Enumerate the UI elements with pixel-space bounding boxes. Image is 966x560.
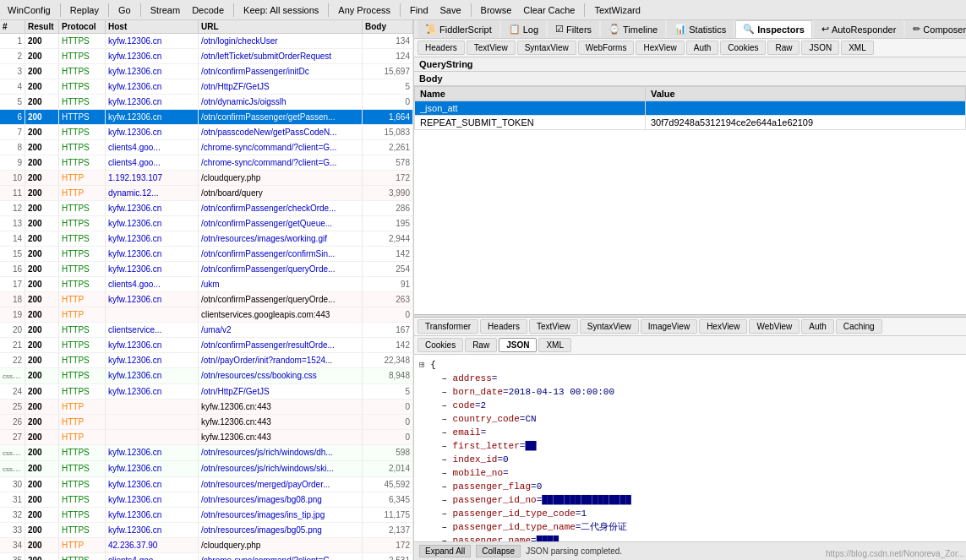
table-row[interactable]: css23 200 HTTPS kyfw.12306.cn /otn/resou… (0, 368, 413, 384)
json-tree-line: – born_date=2018-04-13 00:00:00 (418, 385, 963, 399)
cell-url: /ukm (199, 277, 363, 291)
table-row[interactable]: 12 200 HTTPS kyfw.12306.cn /otn/confirmP… (0, 201, 413, 216)
toolbar-decode[interactable]: Decode (188, 3, 228, 17)
table-row[interactable]: 13 200 HTTPS kyfw.12306.cn /otn/confirmP… (0, 216, 413, 231)
expand-all-button[interactable]: Expand All (419, 545, 471, 557)
toolbar-clear-cache[interactable]: Clear Cache (519, 3, 579, 17)
table-row[interactable]: 19 200 HTTP clientservices.googleapis.co… (0, 307, 413, 323)
toolbar-save[interactable]: Save (436, 3, 466, 17)
table-row[interactable]: 17 200 HTTPS clients4.goo... /ukm 91 (0, 277, 413, 292)
tab-autoresponder[interactable]: ↩ AutoResponder (814, 20, 903, 38)
table-row[interactable]: 22 200 HTTPS kyfw.12306.cn /otn//payOrde… (0, 353, 413, 368)
table-row[interactable]: 32 200 HTTPS kyfw.12306.cn /otn/resource… (0, 508, 413, 523)
ttab-headers[interactable]: Headers (480, 319, 527, 334)
json-tree-line: – passenger_id_type_code=1 (418, 507, 963, 520)
tab-filters[interactable]: ☑ Filters (548, 20, 599, 38)
table-row[interactable]: 21 200 HTTPS kyfw.12306.cn /otn/confirmP… (0, 338, 413, 353)
subtab-json[interactable]: JSON (801, 41, 839, 55)
table-row[interactable]: 4 200 HTTPS kyfw.12306.cn /otn/HttpZF/Ge… (0, 79, 413, 95)
cell-host: kyfw.12306.cn (106, 79, 199, 94)
table-row[interactable]: 34 200 HTTP 42.236.37.90 /cloudquery.php… (0, 538, 413, 553)
cell-result: 200 (25, 231, 59, 246)
table-row[interactable]: 2 200 HTTPS kyfw.12306.cn /otn/leftTicke… (0, 49, 413, 64)
table-row[interactable]: 7 200 HTTPS kyfw.12306.cn /otn/passcodeN… (0, 125, 413, 140)
toolbar-find[interactable]: Find (406, 3, 432, 17)
ttab-imageview[interactable]: ImageView (641, 319, 697, 334)
ttab-transformer[interactable]: Transformer (418, 319, 478, 334)
subtab-webforms[interactable]: WebForms (578, 41, 635, 55)
jtab-raw[interactable]: Raw (465, 338, 497, 352)
table-row[interactable]: 6 200 HTTPS kyfw.12306.cn /otn/confirmPa… (0, 110, 413, 125)
expand-icon[interactable]: ⊞ (419, 360, 425, 370)
table-row[interactable]: 1 200 HTTPS kyfw.12306.cn /otn/login/che… (0, 34, 413, 49)
tab-inspectors[interactable]: 🔍 Inspectors (735, 20, 812, 38)
subtab-xml[interactable]: XML (841, 41, 874, 55)
table-row[interactable]: 25 200 HTTP kyfw.12306.cn:443 0 (0, 400, 413, 415)
tab-statistics[interactable]: 📊 Statistics (667, 20, 734, 38)
cell-id: 17 (0, 277, 25, 291)
table-row[interactable]: css29 200 HTTPS kyfw.12306.cn /otn/resou… (0, 461, 413, 477)
table-row[interactable]: 11 200 HTTP dynamic.12... /otn/board/que… (0, 186, 413, 201)
inspectors-icon: 🔍 (743, 24, 755, 35)
fiddlerscript-icon: 📜 (425, 24, 437, 35)
jtab-json[interactable]: JSON (499, 338, 537, 352)
cell-host: kyfw.12306.cn (106, 292, 199, 307)
ttab-caching[interactable]: Caching (836, 319, 882, 334)
toolbar-any-process[interactable]: Any Process (334, 3, 395, 17)
table-row[interactable]: 20 200 HTTPS clientservice... /uma/v2 16… (0, 323, 413, 338)
table-row[interactable]: 30 200 HTTPS kyfw.12306.cn /otn/resource… (0, 477, 413, 492)
toolbar-keep[interactable]: Keep: All sessions (239, 3, 323, 17)
table-row[interactable]: 18 200 HTTP kyfw.12306.cn /otn/confirmPa… (0, 292, 413, 307)
nv-col-value: Value (645, 87, 965, 101)
cell-result: 200 (25, 125, 59, 139)
jtab-cookies[interactable]: Cookies (418, 338, 463, 352)
cell-body: 8,948 (363, 368, 413, 383)
collapse-button[interactable]: Collapse (476, 545, 521, 557)
table-row[interactable]: 27 200 HTTP kyfw.12306.cn:443 0 (0, 430, 413, 445)
subtab-raw[interactable]: Raw (767, 41, 800, 55)
ttab-syntaxview[interactable]: SyntaxView (580, 319, 639, 334)
table-row[interactable]: 35 200 HTTPS clients4.goo... /chrome-syn… (0, 553, 413, 560)
body-header-label: Body (414, 72, 966, 86)
cell-url: /otn/confirmPassenger/resultOrde... (199, 338, 363, 352)
tab-fiddlerscript[interactable]: 📜 FiddlerScript (418, 20, 499, 38)
nv-row[interactable]: _json_att (415, 101, 966, 116)
subtab-hexview[interactable]: HexView (636, 41, 684, 55)
table-row[interactable]: 24 200 HTTPS kyfw.12306.cn /otn/HttpZF/G… (0, 384, 413, 400)
table-row[interactable]: 10 200 HTTP 1.192.193.107 /cloudquery.ph… (0, 171, 413, 186)
subtab-auth[interactable]: Auth (686, 41, 719, 55)
table-row[interactable]: 33 200 HTTPS kyfw.12306.cn /otn/resource… (0, 523, 413, 538)
jtab-xml[interactable]: XML (538, 338, 571, 352)
table-row[interactable]: 5 200 HTTPS kyfw.12306.cn /otn/dynamicJs… (0, 95, 413, 110)
table-row[interactable]: 8 200 HTTPS clients4.goo... /chrome-sync… (0, 140, 413, 155)
toolbar-winconfig[interactable]: WinConfig (3, 3, 55, 17)
subtab-syntaxview[interactable]: SyntaxView (517, 41, 576, 55)
table-row[interactable]: 3 200 HTTPS kyfw.12306.cn /otn/confirmPa… (0, 64, 413, 79)
table-row[interactable]: 16 200 HTTPS kyfw.12306.cn /otn/confirmP… (0, 262, 413, 277)
table-row[interactable]: 15 200 HTTPS kyfw.12306.cn /otn/confirmP… (0, 247, 413, 262)
subtab-cookies[interactable]: Cookies (720, 41, 766, 55)
subtab-textview[interactable]: TextView (467, 41, 516, 55)
subtab-headers[interactable]: Headers (418, 41, 465, 55)
table-row[interactable]: 31 200 HTTPS kyfw.12306.cn /otn/resource… (0, 492, 413, 508)
toolbar-browse[interactable]: Browse (477, 3, 516, 17)
nv-row[interactable]: REPEAT_SUBMIT_TOKEN 30f7d9248a5312194ce2… (415, 116, 966, 130)
tab-log[interactable]: 📋 Log (501, 20, 546, 38)
toolbar-go[interactable]: Go (114, 3, 135, 17)
table-row[interactable]: css28 200 HTTPS kyfw.12306.cn /otn/resou… (0, 445, 413, 461)
table-row[interactable]: 9 200 HTTPS clients4.goo... /chrome-sync… (0, 155, 413, 171)
tab-timeline[interactable]: ⌚ Timeline (601, 20, 665, 38)
ttab-textview[interactable]: TextView (529, 319, 578, 334)
toolbar-replay[interactable]: Replay (66, 3, 103, 17)
cell-protocol: HTTPS (59, 323, 106, 337)
cell-host: 1.192.193.107 (106, 171, 199, 185)
table-row[interactable]: 26 200 HTTP kyfw.12306.cn:443 0 (0, 415, 413, 430)
cell-url: /otn/resources/js/rich/windows/dh... (199, 445, 363, 460)
tab-composer[interactable]: ✏ Composer (905, 20, 966, 38)
ttab-auth[interactable]: Auth (801, 319, 834, 334)
ttab-webview[interactable]: WebView (749, 319, 800, 334)
toolbar-textwizard[interactable]: TextWizard (590, 3, 644, 17)
table-row[interactable]: 14 200 HTTPS kyfw.12306.cn /otn/resource… (0, 231, 413, 247)
ttab-hexview[interactable]: HexView (699, 319, 747, 334)
toolbar-stream[interactable]: Stream (146, 3, 184, 17)
